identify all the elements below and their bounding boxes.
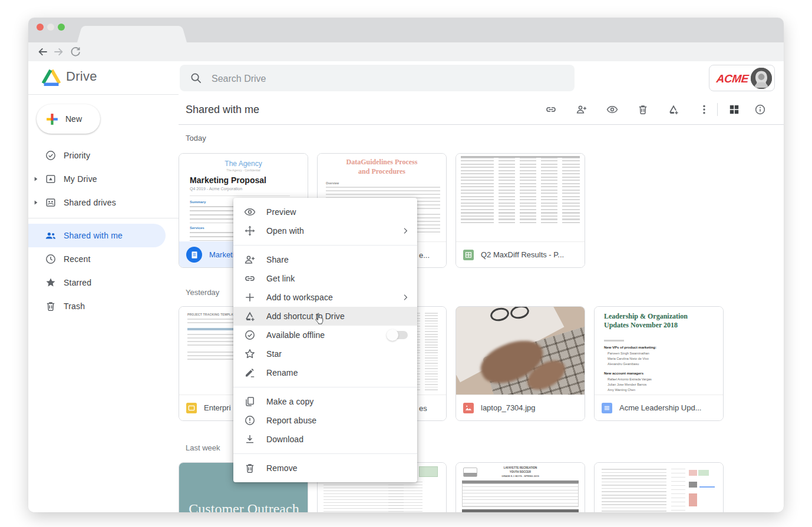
menu-item-label: Add to workspace [266, 293, 333, 302]
file-card[interactable]: Q2 MaxDiff Results - P... [455, 153, 585, 268]
menu-divider [233, 387, 417, 387]
new-button[interactable]: New [37, 104, 100, 134]
browser-tab[interactable] [85, 26, 179, 42]
sidebar-item-shared-drives[interactable]: Shared drives [28, 191, 166, 214]
reload-icon[interactable] [70, 46, 81, 58]
shared-drives-icon [45, 197, 57, 208]
thumb-list: Parveen Singh Swaminathan Maria Carolina… [608, 351, 649, 367]
section-label-today: Today [186, 134, 206, 142]
file-card[interactable] [594, 462, 724, 512]
sheet-thumbnail: LAFAYETTE RECREATION YOUTH SOCCER GRADE … [456, 463, 585, 512]
spreadsheet-header [461, 156, 580, 158]
trash-icon[interactable] [637, 104, 649, 115]
search-bar[interactable] [180, 65, 575, 91]
menu-item-preview[interactable]: Preview [233, 203, 417, 221]
sidebar-item-starred[interactable]: Starred [28, 271, 166, 294]
file-card[interactable]: LAFAYETTE RECREATION YOUTH SOCCER GRADE … [455, 462, 585, 512]
grid-view-icon[interactable] [728, 104, 740, 115]
menu-item-get-link[interactable]: Get link [233, 269, 417, 288]
sidebar-item-label: Shared drives [64, 198, 116, 207]
menu-item-label: Preview [266, 207, 296, 217]
menu-item-label: Share [266, 255, 289, 264]
menu-item-share[interactable]: Share [233, 250, 417, 269]
hand-cursor-icon [315, 313, 324, 324]
info-icon[interactable] [754, 104, 766, 115]
thumb-text: New VPs of product marketing: [604, 346, 656, 349]
maximize-window-button[interactable] [58, 24, 65, 31]
sidebar-item-trash[interactable]: Trash [28, 294, 166, 318]
review-chip [689, 470, 697, 476]
submenu-chevron-icon [401, 226, 410, 236]
get-link-icon[interactable] [545, 104, 557, 115]
sidebar-item-shared-with-me[interactable]: Shared with me [28, 224, 166, 247]
file-name: laptop_7304.jpg [481, 403, 536, 412]
google-sheet-icon [463, 250, 474, 260]
spreadsheet-rows [461, 157, 580, 223]
search-input[interactable] [210, 65, 566, 92]
menu-item-add-to-workspace[interactable]: Add to workspace [233, 288, 417, 307]
download-icon [244, 433, 256, 445]
add-collaborator-icon[interactable] [576, 104, 587, 115]
sidebar-item-label: Trash [64, 301, 85, 311]
thumb-text: PROJECT TRACKING TEMPLATE [187, 313, 237, 316]
preview-eye-icon[interactable] [606, 104, 618, 115]
file-name: Acme Leadership Upd... [619, 403, 701, 412]
thumb-text: LAFAYETTE RECREATION [456, 466, 585, 469]
menu-item-add-shortcut-to-drive[interactable]: Add shortcut to Drive [233, 307, 417, 326]
trash-icon [45, 300, 57, 312]
preview-eye-icon [244, 206, 256, 218]
text-lines [388, 482, 404, 512]
account-area[interactable]: ACME [709, 65, 775, 91]
sidebar-item-recent[interactable]: Recent [28, 247, 166, 271]
expand-caret-icon[interactable] [33, 200, 38, 206]
sidebar-item-my-drive[interactable]: My Drive [28, 167, 166, 191]
thumb-list: Rafael Antonio Estrada Vargas Julian Jos… [608, 377, 652, 393]
thumb-text: YOUTH SOCCER [456, 470, 585, 473]
search-icon[interactable] [190, 72, 202, 84]
menu-item-report-abuse[interactable]: Report abuse [233, 411, 417, 430]
menu-item-rename[interactable]: Rename [233, 363, 417, 382]
menu-item-open-with[interactable]: Open with [233, 221, 417, 240]
spreadsheet-cell [419, 466, 438, 477]
forward-icon[interactable] [53, 46, 65, 58]
sidebar-item-priority[interactable]: Priority [28, 144, 166, 167]
file-card[interactable]: Leadership & Organization Updates Novemb… [594, 306, 724, 421]
file-card[interactable]: laptop_7304.jpg [455, 306, 585, 421]
drive-logo-icon[interactable] [41, 68, 61, 86]
thumb-text: The Agency - Confidential [179, 168, 308, 172]
google-doc-icon [602, 403, 612, 413]
menu-item-available-offline[interactable]: Available offline [233, 326, 417, 344]
report-abuse-icon [244, 415, 256, 426]
file-name: Enterpri [204, 403, 231, 412]
menu-item-remove[interactable]: Remove [233, 459, 417, 478]
more-options-icon[interactable] [698, 104, 710, 115]
doc-thumbnail: Leadership & Organization Updates Novemb… [595, 307, 723, 395]
expand-caret-icon[interactable] [33, 176, 38, 182]
menu-item-make-a-copy[interactable]: Make a copy [233, 392, 417, 411]
menu-item-star[interactable]: Star [233, 344, 417, 363]
file-card-footer: Q2 MaxDiff Results - P... [456, 241, 585, 267]
text-lines [425, 313, 438, 390]
page-title: Shared with me [186, 103, 259, 115]
thumb-date-line [604, 340, 624, 342]
content-toolbar: Shared with me [179, 94, 784, 125]
add-shortcut-to-drive-icon[interactable] [668, 104, 679, 115]
avatar[interactable] [751, 68, 772, 89]
recent-clock-icon [45, 253, 57, 265]
thumb-text: Services [190, 226, 204, 230]
menu-item-label: Get link [266, 274, 295, 283]
menu-item-download[interactable]: Download [233, 430, 417, 449]
drive-header: Drive ACME [28, 61, 784, 95]
drive-shortcut-icon [244, 310, 256, 322]
menu-divider [233, 245, 417, 246]
thumb-text: Summary [190, 200, 206, 204]
close-window-button[interactable] [37, 24, 44, 31]
page: Drive ACME Shared with me [0, 0, 812, 527]
add-plus-icon [244, 291, 256, 303]
back-icon[interactable] [37, 46, 48, 58]
sidebar-item-label: Recent [64, 254, 91, 264]
available-offline-toggle[interactable] [388, 331, 408, 339]
star-outline-icon [244, 348, 256, 360]
image-file-icon [463, 403, 474, 413]
minimize-window-button[interactable] [47, 24, 54, 31]
